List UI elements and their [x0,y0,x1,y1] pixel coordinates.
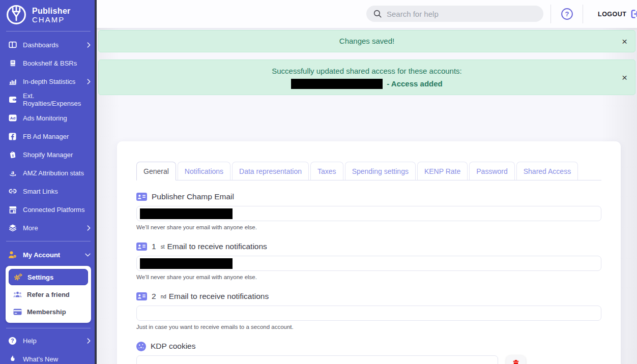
kdp-cookies-input[interactable]: ...................... [136,355,498,364]
sidebar-divider [6,31,91,32]
sidebar-item-shopify-manager[interactable]: S Shopify Manager [0,145,97,164]
sidebar-item-more[interactable]: More [0,219,97,237]
tab-password[interactable]: Password [469,162,514,180]
field-kdp-cookies: KDP cookies ...................... [136,341,601,364]
submenu-item-label: Refer a friend [27,291,70,298]
main-content: Changes saved! × Successfully updated sh… [97,28,637,364]
field-second-notification-email: 2nd Email to receive notifications Just … [136,291,601,330]
logout-label: LOGOUT [598,11,626,18]
redacted-account-name [291,79,383,89]
submenu-item-label: Settings [27,274,53,281]
tab-taxes[interactable]: Taxes [310,162,343,180]
book-icon [8,59,17,67]
sidebar-item-label: Bookshelf & BSRs [23,59,77,67]
chevron-right-icon [87,338,91,344]
gears-icon [13,273,23,281]
field-helper-text: We’ll never share your email with anyone… [136,274,601,280]
sidebar-item-label: Smart Links [23,188,58,195]
submenu-item-label: Membership [27,308,66,316]
chevron-right-icon [87,42,91,48]
sidebar-item-ads-monitoring[interactable]: Ad Ads Monitoring [0,109,97,127]
settings-card: General Notifications Data representatio… [117,141,621,364]
sidebar-item-label: Help [23,337,37,345]
dashboards-icon [8,41,17,49]
header-divider [583,5,583,23]
publisher-champ-email-input[interactable] [136,206,601,221]
tab-shared-access[interactable]: Shared Access [516,162,578,180]
amazon-icon: a [8,169,17,177]
field-helper-text: Just in case you want to receive emails … [136,324,601,330]
trash-icon [512,359,520,364]
submenu-item-membership[interactable]: Membership [9,304,88,320]
sidebar-divider [6,328,91,328]
field-helper-text: We’ll never share your email with anyone… [136,224,601,230]
alert-line2: - Access added [99,79,635,89]
svg-text:a: a [11,169,14,176]
delete-cookie-button[interactable] [506,355,526,364]
sidebar-item-ext-royalties[interactable]: Ext. Royalties/Expenses [0,90,97,109]
wallet-icon [8,96,17,103]
svg-text:S: S [12,154,14,157]
brand-name-bottom: CHAMP [32,16,71,24]
masked-cookie-value: ...................... [140,358,238,364]
close-icon[interactable]: × [622,37,627,46]
close-icon[interactable]: × [622,73,627,82]
tab-general[interactable]: General [136,162,176,180]
search-input[interactable] [387,10,537,18]
brand-name-top: Publisher [32,7,71,16]
sidebar-item-bookshelf[interactable]: Bookshelf & BSRs [0,54,97,72]
alert-line1: Successfully updated shared access for t… [99,67,635,75]
redacted-email-value [140,258,233,269]
layers-icon [8,224,17,232]
first-notification-email-input[interactable] [136,256,601,271]
second-notification-email-input[interactable] [136,306,601,321]
sidebar-item-label: Ext. Royalties/Expenses [23,92,91,107]
sidebar-divider [6,241,91,241]
id-card-icon [136,242,147,251]
storefront-icon [8,206,17,214]
submenu-item-settings[interactable]: Settings [9,269,88,285]
sidebar-item-dashboards[interactable]: Dashboards [0,36,97,54]
sidebar-item-indepth-statistics[interactable]: In-depth Statistics [0,72,97,90]
svg-text:?: ? [11,338,14,344]
sidebar-item-amz-attribution[interactable]: a AMZ Attribution stats [0,164,97,182]
question-circle-icon: ? [8,337,17,345]
svg-text:Ad: Ad [10,116,15,120]
tab-kenp-rate[interactable]: KENP Rate [417,162,468,180]
sidebar-item-connected-platforms[interactable]: Connected Platforms [0,200,97,219]
sidebar-item-label: More [23,224,38,232]
sidebar-item-whats-new[interactable]: What’s New [0,350,97,364]
flame-icon [8,355,17,363]
alert-changes-saved: Changes saved! × [98,30,635,52]
header-divider [551,5,551,23]
help-search[interactable] [366,6,543,22]
sidebar-item-smart-links[interactable]: Smart Links [0,182,97,200]
sidebar-item-label: What’s New [23,355,58,363]
header-help-button[interactable]: ? [560,7,574,21]
field-label: 2nd Email to receive notifications [136,291,601,301]
tab-spending-settings[interactable]: Spending settings [345,162,416,180]
logout-icon [630,9,637,19]
credit-card-icon [13,309,22,315]
my-account-submenu: Settings Refer a friend Membership [6,266,91,323]
tab-notifications[interactable]: Notifications [178,162,230,180]
logout-button[interactable]: LOGOUT [593,0,637,28]
chevron-down-icon [85,253,91,257]
users-icon [13,291,22,298]
sidebar-item-help[interactable]: ? Help [0,331,97,350]
field-first-notification-email: 1st Email to receive notifications We’ll… [136,241,601,280]
field-label: KDP cookies [136,341,601,351]
sidebar-item-label: FB Ad Manager [23,133,69,140]
brand-logo[interactable]: Publisher CHAMP [0,0,97,30]
sidebar-item-label: AMZ Attribution stats [23,169,84,177]
sidebar-item-label: Shopify Manager [23,151,73,159]
chevron-right-icon [87,79,91,84]
sidebar-item-label: In-depth Statistics [23,78,75,85]
id-card-icon [136,193,147,201]
shopify-icon: S [8,150,17,159]
submenu-item-refer-a-friend[interactable]: Refer a friend [9,286,88,302]
tab-data-representation[interactable]: Data representation [232,162,309,180]
sidebar-item-fb-ad-manager[interactable]: FB Ad Manager [0,127,97,145]
sidebar-item-my-account[interactable]: My Account [0,246,97,264]
facebook-icon [8,133,17,140]
